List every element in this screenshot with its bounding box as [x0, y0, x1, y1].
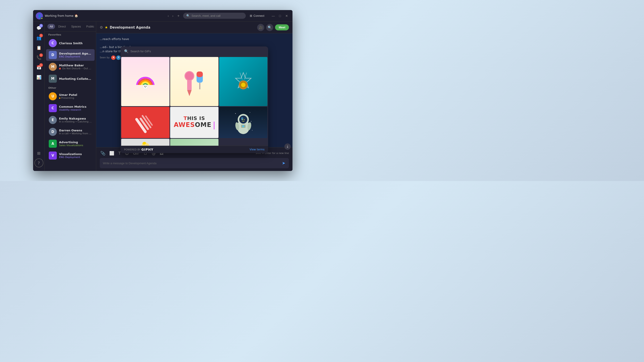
- star-icon[interactable]: ★: [105, 25, 108, 29]
- chat-badge: 4: [39, 24, 43, 27]
- channel-list: All Direct Spaces Public ☰ Favorites C C…: [45, 22, 96, 171]
- favorites-label: Favorites: [45, 31, 96, 37]
- tab-spaces[interactable]: Spaces: [69, 24, 83, 29]
- tab-direct[interactable]: Direct: [56, 24, 68, 29]
- back-button[interactable]: ‹: [166, 13, 170, 19]
- astronaut-svg: [233, 110, 253, 135]
- tab-public[interactable]: Public: [84, 24, 96, 29]
- other-label: Other: [45, 85, 96, 90]
- gif-item-diagonal[interactable]: [121, 107, 170, 138]
- camera-button[interactable]: 🎥: [257, 24, 264, 31]
- connect-button[interactable]: ⊞ Connect: [248, 13, 266, 18]
- channel-item-umar[interactable]: U Umar Patel Presenting: [46, 90, 94, 102]
- chat-title: Development Agenda: [110, 25, 256, 29]
- gif-item-astronaut[interactable]: [219, 107, 268, 138]
- channel-item-emily[interactable]: E Emily Nakagawa In a meeting • Catching…: [46, 114, 94, 126]
- svg-rect-14: [196, 71, 203, 77]
- gif-item-rainbow[interactable]: [121, 57, 170, 106]
- channel-item-marketing[interactable]: M Marketing Collateral: [46, 73, 94, 84]
- scroll-down-button[interactable]: ↓: [284, 143, 291, 150]
- gif-item-medal[interactable]: [219, 57, 268, 106]
- search-chat-button[interactable]: 🔍: [266, 24, 273, 31]
- channel-item-common[interactable]: C Common Metrics Usability research: [46, 102, 94, 114]
- svg-point-35: [242, 119, 243, 120]
- channel-item-darren[interactable]: D Darren Owens In a call • Working from …: [46, 126, 94, 138]
- help-button[interactable]: ?: [34, 158, 44, 167]
- sidebar-item-chat[interactable]: 💬 4: [34, 23, 44, 32]
- chat-header-actions: 🎥 🔍 Meet: [257, 24, 289, 31]
- chat-area: ⚙️ ★ Development Agenda 🎥 🔍 Meet ...reac…: [96, 22, 292, 171]
- giphy-brand: POWERED BY GIPHY: [124, 148, 154, 151]
- emily-avatar: E: [49, 116, 57, 124]
- new-tab-button[interactable]: +: [176, 13, 181, 19]
- sidebar-item-contacts[interactable]: 📋: [34, 43, 44, 52]
- channel-item-visualizations[interactable]: V Visualizations ENG Deployment: [46, 150, 94, 161]
- sidebar-item-analytics[interactable]: 📊: [34, 73, 44, 81]
- channel-tabs: All Direct Spaces Public ☰: [45, 22, 96, 31]
- matthew-name: Matthew Baker: [59, 64, 92, 67]
- send-button[interactable]: ➤: [282, 160, 286, 166]
- svg-point-26: [235, 113, 236, 114]
- minimize-button[interactable]: —: [270, 13, 276, 19]
- advertising-avatar: A: [49, 140, 57, 148]
- title-bar-right: ⊞ Connect — □ ✕: [248, 13, 290, 19]
- analytics-icon: 📊: [36, 75, 41, 79]
- window-title: Working from home 🏠: [45, 14, 163, 17]
- matthew-info: Matthew Baker Do Not Disturb • Out for a…: [59, 64, 92, 70]
- development-info: Development Agenda ENG Deployment: [59, 52, 92, 58]
- calendar-badge: 1: [39, 63, 43, 67]
- user-avatar[interactable]: 👤: [36, 12, 43, 19]
- darren-info: Darren Owens In a call • Working from ho…: [59, 129, 92, 135]
- seen-label: Seen by: [100, 56, 110, 59]
- advertising-info: Advertising Sales Visualizations: [59, 141, 92, 147]
- title-bar: 👤 Working from home 🏠 ‹ › + 🔍 ⊞ Connect …: [33, 10, 292, 22]
- view-terms-link[interactable]: View terms: [250, 148, 264, 151]
- close-button[interactable]: ✕: [284, 13, 290, 19]
- marketing-info: Marketing Collateral: [59, 77, 92, 80]
- channel-items: Favorites C Clarissa Smith D Development…: [45, 31, 96, 171]
- format-icon[interactable]: ⬜: [109, 150, 115, 156]
- forward-button[interactable]: ›: [171, 13, 175, 19]
- gif-item-icecream[interactable]: [170, 57, 218, 106]
- settings-icon[interactable]: ⚙️: [100, 25, 103, 29]
- main-content: 💬 4 👥 1 📋 📞 1 📅 1 📊 ⊞: [33, 22, 292, 171]
- sidebar-item-grid[interactable]: ⊞: [34, 149, 44, 158]
- gif-item-character[interactable]: [121, 139, 170, 146]
- meet-button[interactable]: Meet: [275, 24, 289, 30]
- team-badge: 1: [39, 34, 43, 37]
- help-icon: ?: [38, 161, 40, 165]
- emily-info: Emily Nakagawa In a meeting • Catching u…: [59, 117, 92, 123]
- development-avatar: D: [49, 51, 57, 59]
- gif-item-cursive[interactable]: Awesome: [170, 139, 218, 146]
- marketing-avatar: M: [49, 75, 57, 83]
- channel-item-matthew[interactable]: M Matthew Baker Do Not Disturb • Out for…: [46, 61, 94, 73]
- svg-point-27: [250, 112, 250, 113]
- sidebar-item-team[interactable]: 👥 1: [34, 33, 44, 42]
- message-input[interactable]: [103, 162, 280, 165]
- tab-all[interactable]: All: [48, 24, 55, 29]
- gif-search-input[interactable]: [130, 50, 264, 53]
- contacts-icon: 📋: [36, 45, 41, 50]
- channel-item-advertising[interactable]: A Advertising Sales Visualizations: [46, 138, 94, 149]
- svg-point-33: [239, 115, 247, 124]
- app-window: 👤 Working from home 🏠 ‹ › + 🔍 ⊞ Connect …: [33, 10, 292, 171]
- sidebar-item-calls[interactable]: 📞 1: [34, 53, 44, 62]
- darren-sub: In a call • Working from home: [59, 132, 92, 135]
- clarissa-name: Clarissa Smith: [59, 41, 92, 45]
- gif-item-awesome-text[interactable]: THIS IS AWESOME: [170, 107, 218, 138]
- maximize-button[interactable]: □: [277, 13, 283, 19]
- visualizations-sub: ENG Deployment: [59, 156, 92, 159]
- calls-badge: 1: [39, 53, 43, 57]
- giphy-logo: GIPHY: [141, 148, 154, 151]
- search-input[interactable]: [192, 14, 242, 17]
- common-sub: Usability research: [59, 108, 92, 111]
- sidebar-item-calendar[interactable]: 📅 1: [34, 63, 44, 72]
- advertising-sub: Sales Visualizations: [59, 144, 92, 147]
- channel-item-development[interactable]: D Development Agenda ENG Deployment: [46, 49, 94, 61]
- presenting-icon: [59, 97, 60, 99]
- darren-avatar: D: [49, 128, 57, 136]
- common-avatar: C: [49, 104, 57, 112]
- channel-item-clarissa[interactable]: C Clarissa Smith: [46, 37, 94, 49]
- attach-icon[interactable]: 📎: [100, 150, 106, 156]
- marketing-name: Marketing Collateral: [59, 77, 92, 80]
